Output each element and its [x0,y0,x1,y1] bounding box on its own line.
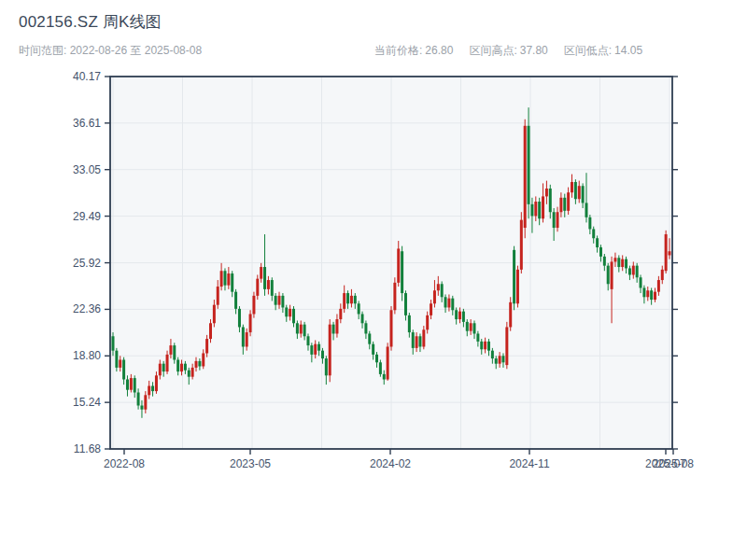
candle [390,306,393,351]
candle [520,212,523,273]
candle [513,246,515,311]
svg-text:11.68: 11.68 [74,442,101,455]
svg-text:2024-02: 2024-02 [370,457,411,470]
svg-text:36.61: 36.61 [73,117,101,130]
candle [393,277,396,314]
svg-text:18.80: 18.80 [73,349,101,362]
candle [387,343,389,381]
kline-page: { "header": { "title": "002156.SZ 周K线图",… [0,0,747,560]
svg-text:40.17: 40.17 [73,70,101,83]
svg-text:2024-11: 2024-11 [509,457,549,470]
svg-text:29.49: 29.49 [73,210,101,223]
svg-text:2022-08: 2022-08 [104,457,145,470]
svg-text:2025-08: 2025-08 [653,457,694,470]
svg-text:25.92: 25.92 [73,257,101,270]
candle [516,266,519,308]
candle [329,319,331,382]
svg-text:15.24: 15.24 [73,396,101,409]
candle [505,322,508,369]
candle [249,310,252,336]
candle [665,231,668,273]
kline-chart: 40.1736.6133.0529.4925.9222.3618.8015.24… [0,0,747,560]
svg-text:22.36: 22.36 [73,302,101,315]
candle [524,119,527,238]
x-axis-labels: 2022-082023-052024-022024-112025-072025-… [104,457,694,470]
svg-text:33.05: 33.05 [73,163,101,176]
y-axis-labels: 40.1736.6133.0529.4925.9222.3618.8015.24… [73,70,101,455]
candle [401,246,403,301]
svg-text:2023-05: 2023-05 [230,457,271,470]
